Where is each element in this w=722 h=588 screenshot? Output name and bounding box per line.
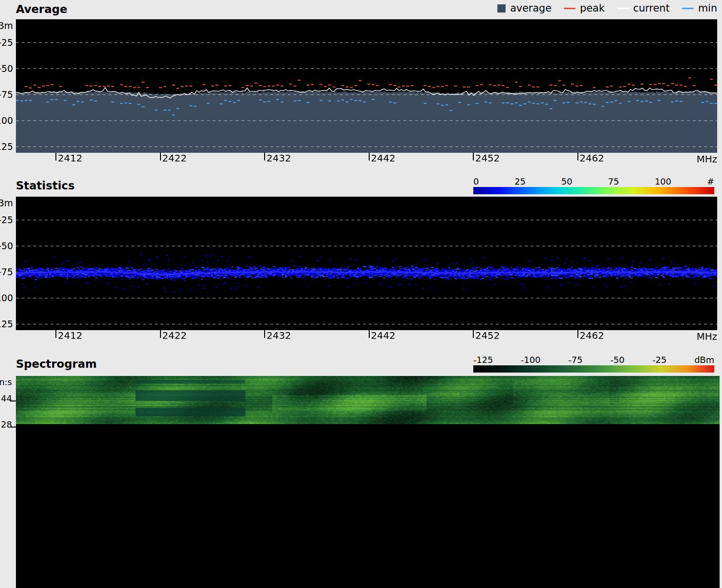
statistics-colorbar-labels: 0255075100# — [473, 176, 714, 187]
x-tick-label: 2442 — [371, 330, 396, 341]
tick-mark — [160, 581, 161, 588]
tick-mark — [264, 330, 265, 338]
statistics-x-tick-2442: 2442 — [369, 330, 396, 341]
x-axis-unit: MHz — [696, 153, 717, 165]
y-tick-label: -125 — [0, 319, 13, 329]
spectrogram-panel-title: Spectrogram — [16, 358, 97, 370]
spectrogram-time-tick-mark — [11, 401, 16, 401]
average-x-axis: 241224222432244224522462MHz — [16, 153, 717, 165]
spectrogram-colorbar-labels: -125-100-75-50-25dBm — [473, 355, 714, 365]
x-tick-label: 2452 — [475, 153, 500, 163]
x-tick-label: 2412 — [58, 153, 82, 163]
statistics-density-plot[interactable] — [16, 197, 717, 330]
statistics-x-tick-2432: 2432 — [264, 330, 291, 341]
tick-mark — [473, 153, 474, 160]
y-tick-label: -100 — [0, 115, 13, 126]
legend-swatch-current — [617, 8, 629, 9]
spectrogram-x-tick-2422: 2422 — [160, 581, 187, 588]
x-axis-unit: MHz — [696, 331, 717, 342]
x-axis-unit: MHz — [699, 582, 720, 588]
tick-mark — [577, 153, 578, 160]
x-tick-label: 2422 — [162, 330, 187, 341]
average-x-tick-2432: 2432 — [264, 153, 291, 163]
colorbar-tick-label: -25 — [653, 355, 667, 365]
tick-mark — [369, 330, 370, 338]
colorbar-tick-label: 50 — [561, 176, 572, 187]
spectrogram-time-tick-label: 44 — [0, 393, 12, 404]
spectrogram-colorbar — [473, 365, 714, 373]
colorbar-tick-label: 100 — [655, 176, 671, 187]
average-x-tick-2412: 2412 — [55, 153, 82, 163]
spectrogram-time-tick-label: 28 — [0, 419, 12, 430]
tick-mark — [577, 330, 578, 338]
average-y-axis: dBm-25-50-75-100-125 — [0, 19, 13, 153]
average-x-tick-2452: 2452 — [473, 153, 500, 163]
colorbar-tick-label: 0 — [473, 176, 479, 187]
y-tick-label: -75 — [0, 267, 13, 277]
average-x-tick-2462: 2462 — [577, 153, 604, 163]
x-tick-label: 2432 — [267, 153, 291, 163]
y-tick-label: -25 — [0, 37, 13, 48]
spectrogram-x-axis: 241224222432244224522462MHz — [16, 581, 720, 588]
legend-item-min: min — [682, 2, 717, 14]
colorbar-tick-label: -50 — [610, 355, 624, 365]
x-tick-label: 2442 — [371, 153, 396, 163]
tick-mark — [577, 581, 578, 588]
tick-mark — [55, 153, 56, 160]
tick-mark — [473, 330, 474, 338]
y-axis-unit: dBm — [0, 20, 13, 31]
tick-mark — [264, 153, 265, 160]
legend-label: current — [633, 2, 670, 14]
y-tick-label: -75 — [0, 89, 13, 100]
colorbar-tick-label: -100 — [521, 355, 541, 365]
colorbar-tick-label: -75 — [568, 355, 582, 365]
legend-swatch-min — [682, 8, 694, 9]
x-tick-label: 2422 — [162, 581, 187, 588]
x-tick-label: 2432 — [267, 581, 291, 588]
spectrogram-x-tick-2452: 2452 — [473, 581, 500, 588]
statistics-panel-title: Statistics — [16, 179, 75, 192]
legend-label: min — [698, 2, 717, 14]
y-axis-unit: dBm — [0, 198, 13, 208]
tick-mark — [473, 581, 474, 588]
colorbar-tick-label: 75 — [608, 176, 619, 187]
statistics-y-axis: dBm-25-50-75-100-125 — [0, 197, 13, 330]
x-tick-label: 2452 — [475, 581, 500, 588]
tick-mark — [55, 330, 56, 338]
x-tick-label: 2422 — [162, 153, 187, 163]
colorbar-tick-label: 25 — [515, 176, 526, 187]
x-tick-label: 2462 — [580, 581, 604, 588]
y-tick-label: -100 — [0, 293, 13, 303]
legend-item-average: average — [497, 2, 551, 14]
colorbar-unit: # — [707, 176, 714, 187]
tick-mark — [160, 153, 161, 160]
tick-mark — [55, 581, 56, 588]
spectrogram-time-unit: min:s — [0, 377, 12, 388]
spectrogram-x-tick-2442: 2442 — [369, 581, 396, 588]
x-tick-label: 2442 — [371, 581, 396, 588]
y-tick-label: -25 — [0, 214, 13, 225]
x-tick-label: 2452 — [475, 330, 500, 341]
legend-label: peak — [580, 2, 604, 14]
tick-mark — [264, 581, 265, 588]
spectrogram-waterfall-plot[interactable] — [16, 376, 720, 588]
legend-item-current: current — [617, 2, 670, 14]
statistics-x-tick-2422: 2422 — [160, 330, 187, 341]
x-tick-label: 2462 — [580, 330, 604, 341]
x-tick-label: 2412 — [58, 581, 82, 588]
spectrogram-time-tick-mark — [11, 427, 16, 428]
x-tick-label: 2432 — [267, 330, 291, 341]
legend-swatch-peak — [564, 8, 575, 9]
colorbar-tick-label: -125 — [473, 355, 493, 365]
tick-mark — [369, 581, 370, 588]
spectrum-analyzer-app: Average averagepeakcurrentmin dBm-25-50-… — [0, 0, 722, 588]
average-spectrum-plot[interactable] — [16, 19, 717, 153]
y-tick-label: -50 — [0, 241, 13, 251]
x-tick-label: 2462 — [580, 153, 604, 163]
statistics-x-tick-2412: 2412 — [55, 330, 82, 341]
legend-item-peak: peak — [564, 2, 604, 14]
legend: averagepeakcurrentmin — [497, 2, 717, 14]
spectrogram-x-tick-2412: 2412 — [55, 581, 82, 588]
statistics-colorbar — [473, 187, 714, 194]
tick-mark — [369, 153, 370, 160]
